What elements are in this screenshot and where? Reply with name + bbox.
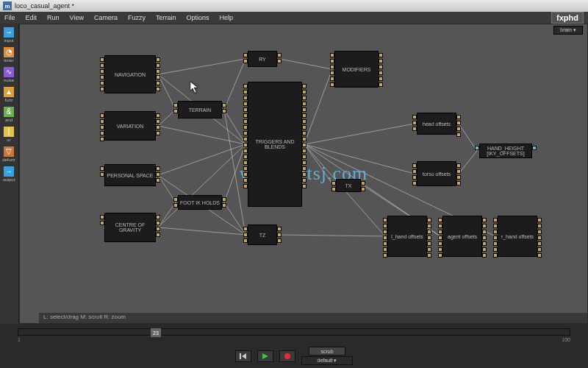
left-port[interactable] [100, 75, 104, 79]
scrub-dropdown[interactable]: default ▾ [301, 356, 353, 365]
left-port[interactable] [438, 224, 442, 228]
left-port[interactable] [243, 178, 248, 183]
tool-noise[interactable]: ∿noise [0, 65, 18, 84]
right-port[interactable] [302, 107, 306, 112]
left-port[interactable] [330, 82, 334, 87]
right-port[interactable] [361, 187, 365, 191]
right-port[interactable] [302, 90, 306, 94]
right-port[interactable] [156, 69, 160, 74]
left-port[interactable] [243, 59, 248, 63]
right-port[interactable] [537, 253, 542, 258]
left-port[interactable] [243, 238, 248, 243]
right-port[interactable] [222, 197, 226, 202]
left-port[interactable] [331, 181, 336, 185]
node-footik[interactable]: FOOT IK HOLDS [178, 195, 222, 210]
left-port[interactable] [330, 53, 334, 57]
right-port[interactable] [482, 247, 487, 252]
left-port[interactable] [100, 172, 104, 177]
right-port[interactable] [427, 224, 431, 228]
tool-input[interactable]: →input [0, 25, 18, 44]
right-port[interactable] [277, 53, 282, 57]
right-port[interactable] [379, 53, 383, 57]
left-port[interactable] [412, 181, 417, 185]
right-port[interactable] [302, 96, 306, 100]
menu-options[interactable]: Options [186, 14, 209, 21]
left-port[interactable] [493, 224, 498, 228]
left-port[interactable] [383, 241, 387, 246]
menu-view[interactable]: View [70, 14, 84, 21]
left-port[interactable] [438, 218, 442, 222]
left-port[interactable] [383, 218, 387, 222]
left-port[interactable] [100, 131, 104, 135]
node-agent[interactable]: agent offsets [442, 216, 482, 257]
right-port[interactable] [456, 181, 461, 185]
right-port[interactable] [302, 155, 306, 159]
right-port[interactable] [427, 218, 431, 222]
right-port[interactable] [156, 131, 160, 135]
menu-run[interactable]: Run [47, 14, 60, 21]
menu-edit[interactable]: Edit [26, 14, 37, 21]
right-port[interactable] [156, 113, 160, 118]
tool-timer[interactable]: ◔timer [0, 45, 18, 64]
right-port[interactable] [156, 178, 160, 183]
left-port[interactable] [493, 230, 498, 234]
left-port[interactable] [493, 241, 498, 246]
left-port[interactable] [243, 102, 248, 106]
left-port[interactable] [100, 215, 104, 219]
right-port[interactable] [277, 59, 282, 63]
right-port[interactable] [482, 224, 487, 228]
left-port[interactable] [331, 187, 336, 191]
node-terrain[interactable]: TERRAIN [178, 101, 222, 118]
left-port[interactable] [412, 121, 417, 125]
right-port[interactable] [379, 59, 383, 63]
right-port[interactable] [537, 247, 542, 252]
left-port[interactable] [243, 155, 248, 159]
right-port[interactable] [156, 87, 160, 91]
right-port[interactable] [302, 137, 306, 141]
menu-camera[interactable]: Camera [94, 14, 118, 21]
right-port[interactable] [427, 241, 431, 246]
node-lhand[interactable]: l_hand offsets [387, 216, 427, 257]
left-port[interactable] [493, 236, 498, 240]
left-port[interactable] [383, 230, 387, 234]
left-port[interactable] [243, 125, 248, 130]
menu-terrain[interactable]: Terrain [156, 14, 176, 21]
left-port[interactable] [438, 253, 442, 258]
menu-fuzzy[interactable]: Fuzzy [128, 14, 146, 21]
node-variation[interactable]: VARIATION [104, 111, 156, 141]
right-port[interactable] [302, 160, 306, 165]
node-head[interactable]: head offsets [417, 113, 456, 135]
right-port[interactable] [302, 172, 306, 177]
left-port[interactable] [243, 131, 248, 135]
right-port[interactable] [427, 253, 431, 258]
timeline-marker[interactable]: 23 [151, 328, 161, 337]
right-port[interactable] [537, 218, 542, 222]
left-port[interactable] [243, 143, 248, 147]
right-port[interactable] [156, 75, 160, 79]
record-button[interactable] [279, 350, 295, 362]
left-port[interactable] [412, 115, 417, 119]
left-port[interactable] [100, 113, 104, 118]
menu-help[interactable]: Help [219, 14, 233, 21]
node-handheight[interactable]: HAND_HEIGHT [IKY_OFFSETS] [479, 144, 532, 158]
right-port[interactable] [537, 224, 542, 228]
left-port[interactable] [383, 253, 387, 258]
right-port[interactable] [222, 203, 226, 208]
left-port[interactable] [100, 57, 104, 62]
right-port[interactable] [302, 102, 306, 106]
left-port[interactable] [493, 218, 498, 222]
right-port[interactable] [156, 215, 160, 219]
node-canvas[interactable]: brain ▾ www.cgtsj.com L: select/drag M: … [19, 24, 588, 324]
left-port[interactable] [383, 247, 387, 252]
right-port[interactable] [302, 125, 306, 130]
left-port[interactable] [243, 227, 248, 231]
left-port[interactable] [243, 149, 248, 153]
right-port[interactable] [427, 230, 431, 234]
right-port[interactable] [537, 241, 542, 246]
left-port[interactable] [243, 160, 248, 165]
left-port[interactable] [438, 236, 442, 240]
left-port[interactable] [438, 230, 442, 234]
left-port[interactable] [100, 87, 104, 91]
left-port[interactable] [243, 53, 248, 57]
left-port[interactable] [412, 127, 417, 131]
